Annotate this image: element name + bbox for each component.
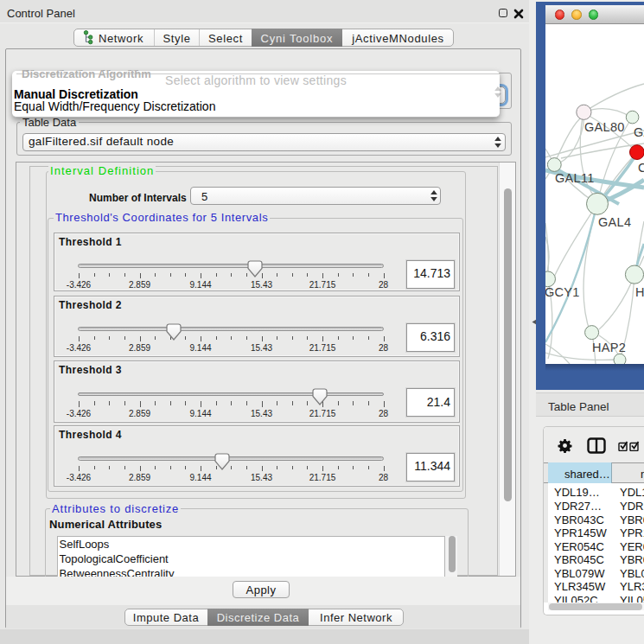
svg-text:GAL11: GAL11 <box>555 171 595 185</box>
svg-text:GCY1: GCY1 <box>545 285 580 299</box>
svg-text:C: C <box>638 161 644 175</box>
svg-text:GAL80: GAL80 <box>584 120 625 134</box>
svg-text:GAL4: GAL4 <box>598 215 631 229</box>
svg-text:HAP2: HAP2 <box>592 341 626 354</box>
svg-text:GA: GA <box>634 125 644 139</box>
svg-text:H: H <box>635 285 644 299</box>
